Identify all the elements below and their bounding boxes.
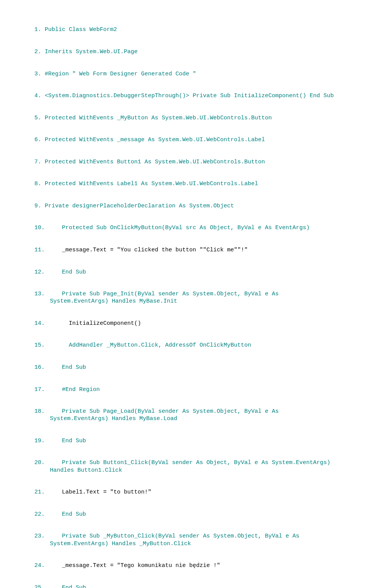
code-num: 11. — [34, 247, 62, 253]
document-page: 1. Public Class WebForm2 2. Inherits Sys… — [0, 0, 367, 588]
code-line: 22. End Sub — [34, 511, 336, 518]
code-line: 8. Protected WithEvents Label1 As System… — [34, 180, 336, 187]
code-line: 9. Private designerPlaceholderDeclaratio… — [34, 202, 336, 210]
code-line: 3. #Region " Web Form Designer Generated… — [34, 70, 336, 78]
code-line: 18. Private Sub Page_Load(ByVal sender A… — [34, 408, 336, 422]
code-line: 17. #End Region — [34, 386, 336, 393]
code-stmt: InitializeComponent() — [69, 320, 141, 327]
code-line: 24. _message.Text = "Tego komunikatu nie… — [34, 562, 336, 569]
code-listing: 1. Public Class WebForm2 2. Inherits Sys… — [34, 11, 336, 588]
code-line: 12. End Sub — [34, 269, 336, 276]
code-num: 14. — [34, 320, 69, 327]
code-line: 25. End Sub — [34, 584, 336, 588]
code-line: 23. Private Sub _MyButton_Click(ByVal se… — [34, 533, 336, 547]
code-line: 7. Protected WithEvents Button1 As Syste… — [34, 158, 336, 166]
code-line: 1. Public Class WebForm2 — [34, 26, 336, 33]
code-line: 16. End Sub — [34, 364, 336, 371]
code-line: 6. Protected WithEvents _message As Syst… — [34, 136, 336, 143]
code-line: 4. <System.Diagnostics.DebuggerStepThrou… — [34, 92, 336, 99]
code-line: 5. Protected WithEvents _MyButton As Sys… — [34, 114, 336, 122]
code-line: 19. End Sub — [34, 437, 336, 445]
code-line: 10. Protected Sub OnClickMyButton(ByVal … — [34, 224, 336, 231]
code-stmt: _message.Text = "Tego komunikatu nie będ… — [62, 562, 220, 569]
code-num: 24. — [34, 562, 62, 569]
code-line: 13. Private Sub Page_Init(ByVal sender A… — [34, 290, 336, 305]
code-line: 14. InitializeComponent() — [34, 320, 336, 327]
code-stmt: _message.Text = "You clicked the button … — [62, 247, 248, 253]
code-stmt: Label1.Text = "to button!" — [62, 489, 151, 495]
code-num: 21. — [34, 489, 62, 495]
code-line: 11. _message.Text = "You clicked the but… — [34, 246, 336, 254]
code-line: 20. Private Sub Button1_Click(ByVal send… — [34, 459, 336, 474]
code-line: 2. Inherits System.Web.UI.Page — [34, 48, 336, 55]
code-line: 15. AddHandler _MyButton.Click, AddressO… — [34, 342, 336, 349]
code-line: 21. Label1.Text = "to button!" — [34, 489, 336, 496]
